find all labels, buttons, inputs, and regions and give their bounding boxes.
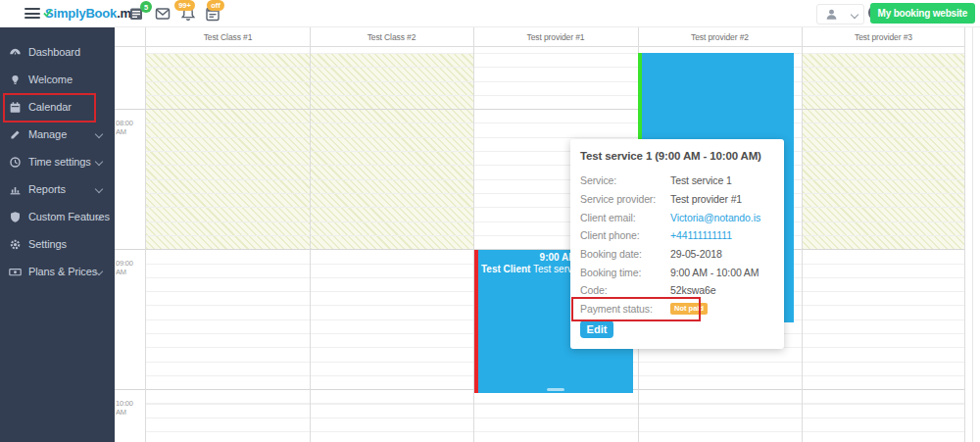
sidebar-item-label: Reports [28,183,66,195]
detail-row-payment-status: Payment status: Not paid [580,300,778,319]
sidebar-item-label: Time settings [28,156,91,168]
detail-row-client-email: Client email: Victoria@notando.is [580,208,778,226]
chevron-down-icon [95,158,103,166]
gear-icon [9,238,22,251]
sidebar-item-manage[interactable]: Manage [0,121,115,148]
time-label-8am: 08:00 AM [116,119,145,136]
column-header-test-provider-2: Test provider #2 [638,27,802,46]
column-divider [310,27,311,442]
logo-check-accent-icon [43,4,52,22]
sidebar-item-welcome[interactable]: Welcome [0,66,115,93]
sidebar-item-label: Settings [28,238,67,250]
client-phone-link[interactable]: +44111111111 [670,229,732,241]
notifications-count-badge: 99+ [174,0,195,11]
popup-detail-rows: Service: Test service 1 Service provider… [580,172,778,319]
sidebar-item-plans-prices[interactable]: Plans & Prices [0,258,115,285]
dashboard-icon [9,46,22,59]
edit-button[interactable]: Edit [580,320,613,338]
time-label-9am: 09:00 AM [116,259,145,276]
tasks-count-badge: 5 [140,1,152,13]
shield-icon [9,211,22,223]
event-resize-handle[interactable] [547,388,564,391]
user-icon [824,7,839,25]
sidebar-item-label: Plans & Prices [28,266,97,277]
column-header-test-provider-1: Test provider #1 [473,27,638,46]
hamburger-menu-icon[interactable] [24,8,40,20]
brand-logo[interactable]: SimplyBook.me [45,6,138,21]
booking-details-popup: Test service 1 (9:00 AM - 10:00 AM) Serv… [570,139,784,349]
popup-title: Test service 1 (9:00 AM - 10:00 AM) [580,150,761,162]
payment-status-badge: Not paid [670,303,708,315]
detail-row-booking-time: Booking time: 9:00 AM - 10:00 AM [580,263,778,281]
chevron-down-icon [95,130,103,138]
client-email-link[interactable]: Victoria@notando.is [670,212,760,223]
sidebar-item-settings[interactable]: Settings [0,230,115,258]
header-divider [115,46,972,47]
column-header-test-provider-3: Test provider #3 [802,27,965,46]
top-bar: SimplyBook.me 5 99+ off ? My booking web… [0,0,980,27]
column-header-test-class-2: Test Class #2 [310,27,473,46]
calendar-icon [9,101,22,114]
sidebar-item-calendar[interactable]: Calendar [0,93,115,121]
user-menu-dropdown[interactable] [816,4,864,25]
brand-name: SimplyBook [45,6,117,21]
grid-right-divider [972,27,973,442]
detail-row-code: Code: 52kswa6e [580,281,778,300]
sidebar-nav: Dashboard Welcome Calendar Manage Time s… [0,27,115,442]
time-label-10am: 10:00 AM [116,399,145,417]
lightbulb-icon [9,74,22,86]
event-client-name: Test Client [481,264,530,274]
sidebar-item-label: Welcome [28,74,73,85]
sidebar-item-time-settings[interactable]: Time settings [0,148,115,175]
sidebar-item-label: Calendar [28,101,72,113]
sidebar-item-custom-features[interactable]: Custom Features [0,203,115,230]
my-booking-website-button[interactable]: My booking website [870,3,975,24]
detail-row-service-provider: Service provider: Test provider #1 [580,190,778,209]
sidebar-item-label: Dashboard [28,46,80,58]
clock-icon [9,156,22,169]
detail-row-client-phone: Client phone: +44111111111 [580,226,778,245]
sidebar-item-dashboard[interactable]: Dashboard [0,38,115,66]
bar-chart-icon [9,183,22,196]
sidebar-item-label: Manage [28,128,67,140]
banknote-icon [9,266,22,278]
pencil-icon [9,128,22,141]
chevron-down-icon [95,185,103,193]
column-divider [145,27,146,442]
detail-row-booking-date: Booking date: 29-05-2018 [580,245,778,264]
simplybook-admin-page: SimplyBook.me 5 99+ off ? My booking web… [0,0,980,442]
detail-row-service: Service: Test service 1 [580,172,778,190]
sidebar-item-reports[interactable]: Reports [0,175,115,203]
column-header-test-class-1: Test Class #1 [146,27,310,46]
hour-line [115,109,965,110]
booking-status-badge: off [207,0,224,11]
chevron-down-icon [851,11,858,19]
column-divider [802,27,803,442]
envelope-icon[interactable] [155,6,172,22]
